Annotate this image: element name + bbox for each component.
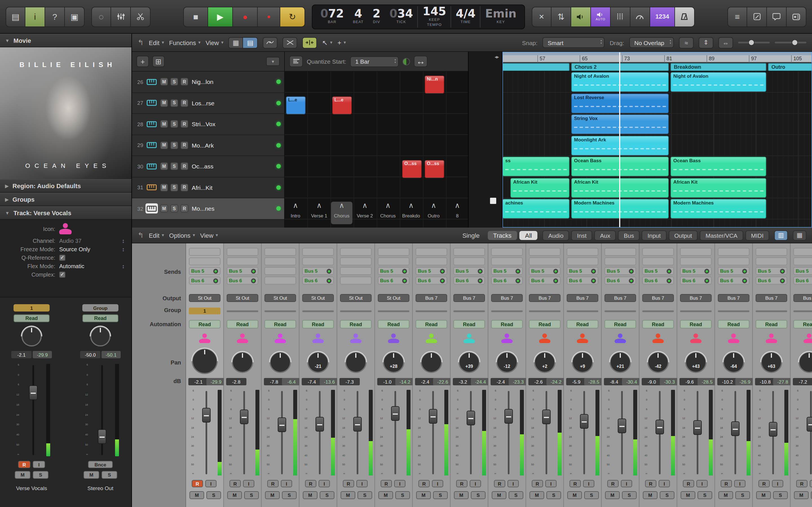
pan-knob[interactable]: -42 [647,351,669,373]
quantize-strength-indicator[interactable] [403,58,410,65]
output-selector[interactable]: St Out [189,294,220,302]
pan-knob[interactable]: -21 [307,351,329,373]
send-slot-empty[interactable] [227,258,258,265]
play-button[interactable]: ▶ [208,6,233,27]
group-selector[interactable] [453,311,485,312]
edit-menu[interactable]: Edit▾ [149,39,164,46]
output-selector[interactable]: Bus 7 [794,294,812,302]
mute-button[interactable]: M [643,491,658,499]
volume-db-value[interactable]: -7.2 [793,378,812,385]
solo-button[interactable]: S [509,491,523,499]
view-menu[interactable]: View▾ [206,39,223,46]
vertical-zoom-slider[interactable] [738,42,770,43]
send-slot-empty[interactable] [605,248,636,256]
send-slot[interactable]: Bus 5 [718,267,749,275]
catch-playhead-button[interactable] [303,37,317,48]
automation-mode-button[interactable]: Read [605,320,636,328]
stop-button[interactable]: ■ [183,6,208,27]
send-slot[interactable]: Bus 6 [605,277,636,284]
send-level-knob[interactable] [402,278,407,283]
input-monitor-button[interactable]: I [659,480,670,487]
send-slot[interactable]: Bus 5 [680,267,712,275]
mute-button[interactable]: M [605,491,620,499]
arrange-region[interactable]: African Kit [571,178,669,198]
automation-mode-button[interactable]: Read [718,320,749,328]
send-level-knob[interactable] [704,269,709,274]
fader-track[interactable] [384,389,407,476]
send-bus-label[interactable]: Bus 6 [682,278,704,283]
send-slot-empty[interactable] [642,258,674,265]
record-enable-button[interactable]: R [305,480,316,487]
send-slot[interactable]: Bus 6 [416,277,447,284]
send-slot-empty[interactable] [718,248,749,256]
volume-db-value[interactable]: -8.4 [604,378,624,385]
mute-button[interactable]: M [416,491,431,499]
arrangement-section-marker[interactable] [502,63,569,71]
input-monitor-button[interactable]: I [205,480,216,487]
solo-button[interactable]: S [320,491,335,499]
record-enable-button[interactable]: R [645,480,656,487]
lcd-display[interactable]: 072 BAR 4 BEAT 2 DIV 034 TICK 145 KEEPTE… [312,4,525,29]
horizontal-zoom-button[interactable]: ⇔ [718,37,733,48]
send-bus-label[interactable]: Bus 6 [229,278,251,283]
fader-cap[interactable] [769,422,777,437]
send-slot[interactable]: Bus 5 [453,267,485,275]
grid-region[interactable]: Ni...n [424,75,444,94]
group-selector[interactable] [567,311,598,312]
send-slot-empty[interactable] [680,258,712,265]
send-level-knob[interactable] [780,269,785,274]
arrangement-marker[interactable]: ∧ Verse 1 [308,202,330,224]
waveform-zoom-button[interactable]: ≈ [679,37,694,48]
volume-db-value[interactable]: -10.8 [755,378,775,385]
arrange-region[interactable]: achines [502,199,569,219]
send-slot-empty[interactable] [189,258,220,265]
track-person-icon[interactable] [804,334,812,343]
automation-mode-button[interactable]: Read [264,320,296,328]
solo-button[interactable]: S [170,184,178,191]
track-header-row[interactable]: 27 M S R Los...rse [132,93,284,114]
fader-cap[interactable] [467,411,475,425]
track-person-icon[interactable] [690,334,702,343]
track-name[interactable]: Los...rse [192,100,274,107]
send-bus-label[interactable]: Bus 6 [456,278,477,283]
record-enable-button[interactable]: R [721,480,732,487]
pan-knob[interactable] [21,326,42,346]
record-button[interactable]: ● [233,6,258,27]
input-monitor-button[interactable]: I [507,480,519,487]
fader-cap[interactable] [353,417,362,432]
fader-cap[interactable] [98,429,106,444]
send-slot[interactable] [340,277,371,284]
track-person-icon[interactable] [237,334,248,343]
mute-button[interactable]: M [160,99,168,107]
mute-button[interactable]: M [160,142,168,149]
solo-button[interactable]: S [170,120,178,128]
send-slot-empty[interactable] [680,248,712,256]
send-slot[interactable]: Bus 6 [302,277,334,284]
mixer-view-menu[interactable]: View▾ [200,232,218,238]
fader-track[interactable] [20,363,46,457]
mute-button[interactable]: M [160,78,168,86]
pan-knob[interactable]: +21 [610,351,631,373]
solo-button[interactable]: S [811,491,812,499]
no-overlap-button[interactable]: ✕ [532,6,552,27]
complex-checkbox[interactable]: ✓ [59,272,65,278]
input-monitor-button[interactable]: I [810,480,812,487]
record-ready-led[interactable] [276,185,281,190]
toolbar-toggle-button[interactable]: ▣ [65,6,85,27]
arrange-region[interactable]: Night of Avalon [571,72,669,92]
automation-mode-button[interactable]: Read [529,320,560,328]
send-slot[interactable]: Bus 6 [453,277,485,284]
region-section-header[interactable]: ▶ Region: Audio Defaults [0,179,132,193]
track-header-row[interactable]: 26 M S R Nig...lon [132,71,284,93]
track-name[interactable]: Oc...ass [192,163,274,170]
send-level-knob[interactable] [251,269,256,274]
disclosure-triangle-icon[interactable]: ▶ [5,183,8,188]
fader-cap[interactable] [580,414,589,429]
group-selector[interactable] [794,311,812,312]
cycle-button[interactable]: ↻ [280,6,305,27]
solo-button[interactable]: S [471,491,486,499]
record-ready-led[interactable] [276,207,281,211]
mute-button[interactable]: M [454,491,469,499]
send-level-knob[interactable] [666,278,672,283]
pan-knob[interactable]: +28 [383,351,404,373]
